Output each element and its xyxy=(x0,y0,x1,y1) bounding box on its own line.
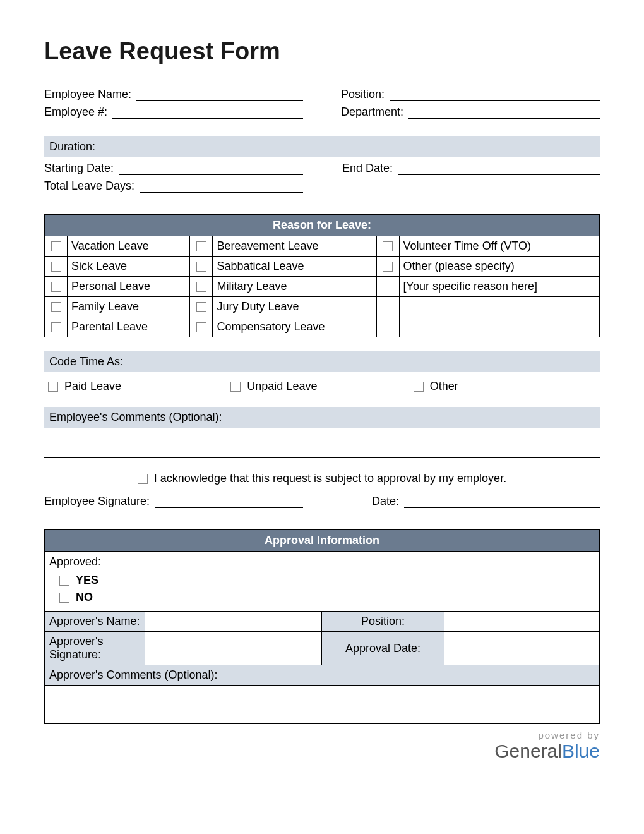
employee-number-label: Employee #: xyxy=(44,106,112,119)
signature-date-label: Date: xyxy=(341,495,404,508)
paid-leave-checkbox[interactable] xyxy=(48,382,58,392)
end-date-input[interactable] xyxy=(398,161,600,175)
approver-signature-label: Approver's Signature: xyxy=(45,632,145,665)
approved-no-checkbox[interactable] xyxy=(59,593,69,603)
code-time-header: Code Time As: xyxy=(44,351,600,372)
start-date-label: Starting Date: xyxy=(44,162,119,175)
employee-comments-header: Employee's Comments (Optional): xyxy=(44,407,600,428)
reason-option: Sabbatical Leave xyxy=(213,257,376,277)
approval-date-label: Approval Date: xyxy=(322,632,444,665)
approved-no-label: NO xyxy=(76,591,93,604)
brand-logo: GeneralBlue xyxy=(44,740,600,761)
approved-yes-label: YES xyxy=(76,574,98,587)
total-days-input[interactable] xyxy=(140,179,303,193)
paid-leave-label: Paid Leave xyxy=(64,380,121,393)
position-label: Position: xyxy=(341,88,390,101)
reason-option: [Your specific reason here] xyxy=(399,277,599,297)
reason-option xyxy=(399,297,599,317)
reason-checkbox[interactable] xyxy=(196,302,206,312)
reason-option: Personal Leave xyxy=(68,277,190,297)
reason-option xyxy=(399,317,599,337)
employee-comments-input[interactable] xyxy=(44,435,600,458)
page-title: Leave Request Form xyxy=(44,38,600,65)
approval-date-input[interactable] xyxy=(444,632,599,665)
approver-position-input[interactable] xyxy=(444,612,599,632)
approver-comments-line1[interactable] xyxy=(45,686,599,704)
reason-checkbox[interactable] xyxy=(196,282,206,292)
acknowledge-checkbox[interactable] xyxy=(138,474,148,484)
code-time-options: Paid Leave Unpaid Leave Other xyxy=(44,380,600,393)
other-code-checkbox[interactable] xyxy=(414,382,424,392)
employee-info: Employee Name: Employee #: Position: Dep… xyxy=(44,87,600,123)
end-date-label: End Date: xyxy=(341,162,398,175)
reason-option: Family Leave xyxy=(68,297,190,317)
employee-signature-input[interactable] xyxy=(155,494,303,508)
reason-option: Jury Duty Leave xyxy=(213,297,376,317)
acknowledge-text: I acknowledge that this request is subje… xyxy=(154,472,506,485)
footer: powered by GeneralBlue xyxy=(44,730,600,762)
employee-name-label: Employee Name: xyxy=(44,88,136,101)
unpaid-leave-label: Unpaid Leave xyxy=(247,380,317,393)
reason-checkbox[interactable] xyxy=(196,262,206,272)
reason-option: Compensatory Leave xyxy=(213,317,376,337)
signature-date-input[interactable] xyxy=(404,494,600,508)
reason-checkbox[interactable] xyxy=(51,282,61,292)
duration-header: Duration: xyxy=(44,136,600,157)
approver-name-label: Approver's Name: xyxy=(45,612,145,632)
department-label: Department: xyxy=(341,106,408,119)
reason-checkbox[interactable] xyxy=(51,322,61,332)
reason-checkbox[interactable] xyxy=(383,262,393,272)
reason-checkbox[interactable] xyxy=(196,241,206,251)
approver-signature-input[interactable] xyxy=(145,632,322,665)
start-date-input[interactable] xyxy=(119,161,303,175)
reason-checkbox[interactable] xyxy=(51,262,61,272)
reason-checkbox[interactable] xyxy=(383,241,393,251)
approval-table: Approved: YES NO Approver's Name: Positi… xyxy=(44,551,600,724)
total-days-label: Total Leave Days: xyxy=(44,179,140,193)
position-input[interactable] xyxy=(390,87,600,101)
other-code-label: Other xyxy=(430,380,458,393)
reason-checkbox[interactable] xyxy=(196,322,206,332)
approved-yes-checkbox[interactable] xyxy=(59,576,69,586)
approved-label: Approved: xyxy=(49,555,595,569)
approver-position-label: Position: xyxy=(322,612,444,632)
reason-option: Bereavement Leave xyxy=(213,236,376,257)
approval-header: Approval Information xyxy=(44,529,600,551)
reason-checkbox[interactable] xyxy=(51,302,61,312)
employee-number-input[interactable] xyxy=(112,105,303,119)
reason-checkbox[interactable] xyxy=(51,241,61,251)
department-input[interactable] xyxy=(408,105,600,119)
reason-option: Other (please specify) xyxy=(399,257,599,277)
approver-comments-line2[interactable] xyxy=(45,704,599,723)
approver-comments-label: Approver's Comments (Optional): xyxy=(45,665,599,686)
reason-option: Military Leave xyxy=(213,277,376,297)
reason-option: Vacation Leave xyxy=(68,236,190,257)
employee-signature-label: Employee Signature: xyxy=(44,495,155,508)
approver-name-input[interactable] xyxy=(145,612,322,632)
reason-table: Reason for Leave: Vacation LeaveBereavem… xyxy=(44,214,600,337)
reason-option: Sick Leave xyxy=(68,257,190,277)
reason-option: Volunteer Time Off (VTO) xyxy=(399,236,599,257)
unpaid-leave-checkbox[interactable] xyxy=(230,382,241,392)
reason-option: Parental Leave xyxy=(68,317,190,337)
reason-header: Reason for Leave: xyxy=(45,215,600,236)
powered-by-label: powered by xyxy=(44,730,600,741)
employee-name-input[interactable] xyxy=(136,87,303,101)
